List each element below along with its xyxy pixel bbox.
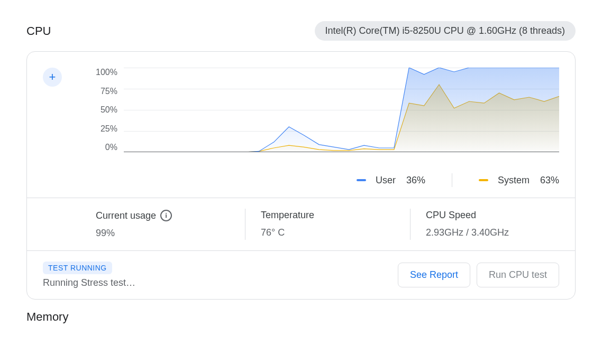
legend-swatch-system	[479, 179, 488, 181]
baseline	[124, 152, 559, 152]
see-report-button[interactable]: See Report	[398, 263, 470, 287]
y-tick: 100%	[96, 68, 117, 77]
stat-temp-label: Temperature	[261, 210, 394, 221]
chart-svg	[124, 68, 559, 152]
expand-chart-button[interactable]: +	[43, 68, 62, 87]
cpu-footer: TEST RUNNING Running Stress test… See Re…	[27, 250, 575, 299]
stat-usage: Current usage i 99%	[27, 198, 245, 250]
cpu-title: CPU	[26, 24, 51, 38]
stat-speed-label: CPU Speed	[426, 210, 559, 221]
y-tick: 75%	[101, 87, 117, 96]
plus-icon: +	[49, 70, 56, 84]
stat-speed: CPU Speed 2.93GHz / 3.40GHz	[410, 198, 575, 250]
chart-container: 100% 75% 50% 25% 0%	[96, 68, 559, 152]
cpu-chart-area: + 100% 75% 50% 25% 0%	[27, 52, 575, 157]
y-axis: 100% 75% 50% 25% 0%	[96, 68, 124, 152]
cpu-model-chip: Intel(R) Core(TM) i5-8250U CPU @ 1.60GHz…	[315, 21, 576, 41]
chart-legend: User 36% System 63%	[27, 157, 575, 198]
status-text: Running Stress test…	[43, 277, 391, 288]
y-tick: 25%	[101, 124, 117, 134]
legend-user-label: User	[376, 175, 396, 186]
legend-swatch-user	[357, 179, 366, 181]
chart-plot	[124, 68, 559, 152]
legend-system-value: 63%	[540, 175, 559, 186]
test-running-badge: TEST RUNNING	[43, 262, 112, 274]
stat-temp: Temperature 76° C	[245, 198, 410, 250]
legend-system-label: System	[498, 175, 530, 186]
legend-user-value: 36%	[406, 175, 425, 186]
legend-divider	[452, 173, 452, 187]
stat-usage-label: Current usage i	[96, 210, 229, 221]
legend-system: System 63%	[479, 173, 559, 187]
stat-usage-value: 99%	[96, 228, 229, 239]
memory-title: Memory	[26, 310, 68, 324]
cpu-stats: Current usage i 99% Temperature 76° C CP…	[27, 198, 575, 250]
memory-section-header: Memory	[26, 310, 576, 324]
stat-speed-value: 2.93GHz / 3.40GHz	[426, 227, 559, 238]
run-cpu-test-button[interactable]: Run CPU test	[477, 263, 559, 287]
y-tick: 50%	[101, 105, 117, 115]
cpu-section-header: CPU Intel(R) Core(TM) i5-8250U CPU @ 1.6…	[26, 21, 576, 41]
cpu-card: + 100% 75% 50% 25% 0%	[26, 51, 576, 300]
stat-temp-value: 76° C	[261, 227, 394, 238]
footer-status: TEST RUNNING Running Stress test…	[43, 262, 391, 288]
info-icon[interactable]: i	[160, 210, 172, 221]
legend-user: User 36%	[357, 173, 425, 187]
y-tick: 0%	[105, 143, 117, 152]
